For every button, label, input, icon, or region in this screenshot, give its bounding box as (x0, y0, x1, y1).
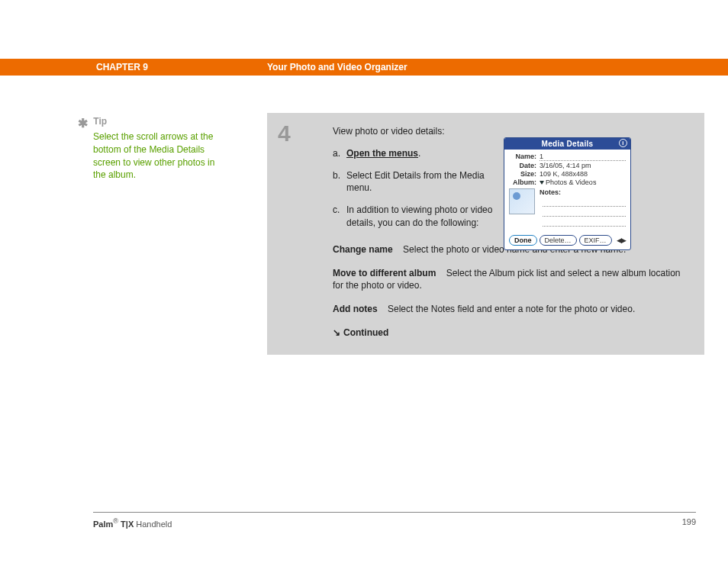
continued-indicator: ↘Continued (333, 327, 683, 339)
instructions: View photo or video details: a. Open the… (333, 125, 497, 230)
row-name: Name: 1 (509, 153, 626, 161)
notes-line (543, 219, 626, 227)
thumb-notes-wrap: Notes: (509, 187, 626, 229)
exif-button[interactable]: EXIF… (579, 235, 612, 246)
value-size: 109 K, 488x488 (540, 170, 626, 178)
continued-label: Continued (343, 327, 388, 338)
footer-brand: Palm® T|X Handheld (93, 517, 172, 529)
footer-divider (93, 512, 696, 513)
value-name[interactable]: 1 (540, 153, 626, 161)
label-album: Album: (509, 179, 540, 186)
label-size: Size: (509, 170, 540, 178)
row-notes: Notes: (540, 188, 626, 196)
row-album: Album: Photos & Videos (509, 179, 626, 186)
media-details-screenshot: Media Details i Name: 1 Date: 3/16/05, 4… (504, 137, 631, 250)
chevron-down-icon (540, 181, 544, 185)
continued-arrow-icon: ↘ (333, 327, 340, 338)
para-lead: Change name (333, 244, 393, 255)
tip-label: Tip (93, 116, 107, 127)
step-item-c-text: In addition to viewing photo or video de… (346, 204, 492, 228)
chapter-header: CHAPTER 9 Your Photo and Video Organizer (0, 59, 728, 76)
tip-block: ✱ Tip Select the scroll arrows at the bo… (78, 116, 215, 182)
step-item-a: a. Open the menus. (333, 147, 497, 160)
done-button[interactable]: Done (509, 235, 537, 246)
para-lead: Add notes (333, 304, 378, 314)
para-lead: Move to different album (333, 268, 436, 278)
row-size: Size: 109 K, 488x488 (509, 170, 626, 178)
scroll-arrows-icon[interactable]: ◀▶ (617, 236, 626, 244)
para-body: Select the Notes field and enter a note … (388, 304, 635, 314)
brand-mid: T|X (118, 520, 134, 529)
asterisk-icon: ✱ (78, 116, 88, 130)
photo-thumbnail[interactable] (509, 188, 535, 214)
label-name: Name: (509, 153, 540, 161)
step-item-b-text: Select Edit Details from the Media menu. (346, 170, 485, 194)
step-item-b: b. Select Edit Details from the Media me… (333, 169, 497, 195)
label-date: Date: (509, 162, 540, 169)
brand-rest: Handheld (134, 520, 172, 529)
device-body: Name: 1 Date: 3/16/05, 4:14 pm Size: 109… (504, 150, 630, 232)
instructions-intro: View photo or video details: (333, 125, 497, 138)
step-item-letter: a. (333, 147, 340, 160)
step-item-letter: c. (333, 204, 340, 217)
notes-line (543, 209, 626, 217)
step-number: 4 (278, 121, 291, 146)
step-item-c: c. In addition to viewing photo or video… (333, 204, 497, 230)
chapter-label: CHAPTER 9 (96, 62, 148, 72)
album-value-text: Photos & Videos (546, 179, 596, 186)
notes-area[interactable] (543, 199, 626, 227)
notes-line (543, 199, 626, 207)
device-title: Media Details (542, 140, 594, 148)
info-icon[interactable]: i (619, 139, 627, 147)
section-title: Your Photo and Video Organizer (267, 62, 407, 72)
step-card: 4 View photo or video details: a. Open t… (267, 113, 704, 355)
delete-button[interactable]: Delete… (540, 235, 577, 246)
open-menus-link[interactable]: Open the menus (346, 148, 418, 159)
device-buttons: Done Delete… EXIF… ◀▶ (504, 232, 630, 249)
value-album[interactable]: Photos & Videos (540, 179, 626, 186)
step-item-a-suffix: . (418, 148, 420, 159)
brand-pre: Palm (93, 520, 113, 529)
device-titlebar: Media Details i (504, 138, 630, 150)
step-detail-paragraphs: Change name Select the photo or video na… (333, 243, 683, 339)
row-date: Date: 3/16/05, 4:14 pm (509, 162, 626, 169)
step-item-letter: b. (333, 169, 340, 182)
tip-text: Select the scroll arrows at the bottom o… (93, 130, 215, 182)
page-number: 199 (682, 517, 696, 526)
para-add-notes: Add notes Select the Notes field and ent… (333, 303, 683, 316)
label-notes: Notes: (540, 188, 564, 196)
para-move-album: Move to different album Select the Album… (333, 267, 683, 293)
value-date: 3/16/05, 4:14 pm (540, 162, 626, 169)
